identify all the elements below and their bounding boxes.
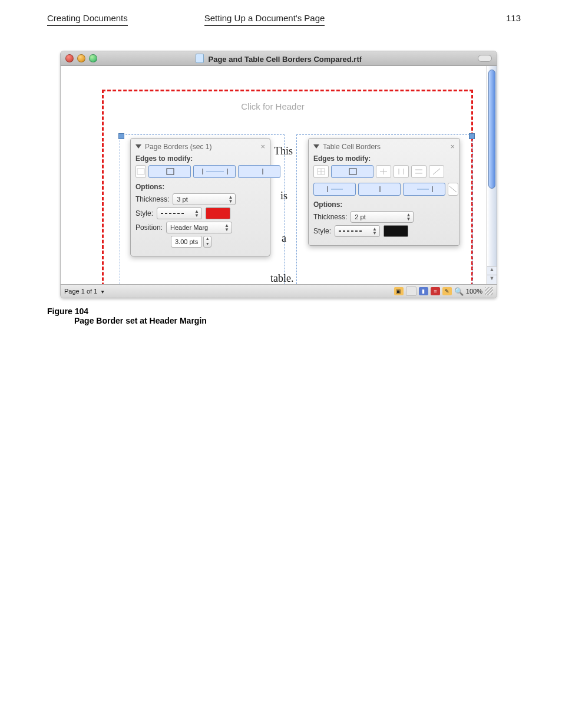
svg-rect-10: [349, 169, 356, 174]
edge-outer-icon[interactable]: [331, 165, 373, 178]
edge-all-icon[interactable]: [135, 165, 146, 178]
thickness-select[interactable]: 2 pt ▲▼: [351, 211, 414, 223]
window-titlebar: Page and Table Cell Borders Compared.rtf: [61, 51, 497, 66]
doc-text: a: [282, 232, 286, 245]
position-select[interactable]: Header Marg ▲▼: [166, 222, 232, 233]
select-arrows-icon: ▲▼: [194, 209, 199, 218]
edge-middle-icon[interactable]: [358, 183, 401, 196]
statusbar: Page 1 of 1 ▼ ▣ ▮ ≡ ✎ 🔍 100%: [61, 284, 497, 298]
header-page-number: 113: [506, 13, 521, 23]
table-cell-borders-panel[interactable]: Table Cell Borders × Edges to modify:: [308, 138, 460, 246]
options-label: Options:: [135, 183, 265, 191]
figure-text: Page Border set at Header Margin: [74, 316, 521, 325]
dashed-line-icon: [161, 212, 184, 215]
resize-handle[interactable]: [469, 133, 475, 139]
svg-rect-1: [167, 169, 174, 174]
position-label: Position:: [135, 223, 163, 232]
scroll-down-icon[interactable]: ▼: [487, 275, 497, 284]
style-select[interactable]: ▲▼: [157, 207, 202, 219]
doc-text: is: [280, 190, 287, 202]
search-icon[interactable]: 🔍: [454, 287, 464, 295]
status-icon[interactable]: ≡: [431, 287, 440, 295]
svg-rect-0: [137, 169, 144, 174]
resize-grip-icon[interactable]: [485, 287, 493, 295]
style-label: Style:: [135, 209, 153, 218]
dashed-line-icon: [339, 229, 362, 233]
disclosure-triangle-icon[interactable]: [135, 144, 141, 149]
thickness-label: Thickness:: [313, 213, 347, 221]
edge-picker-row2: [313, 183, 455, 196]
edge-right-icon[interactable]: [238, 165, 280, 178]
edges-label: Edges to modify:: [135, 154, 265, 163]
page-borders-panel[interactable]: Page Borders (sec 1) × Edges to modify: …: [130, 138, 270, 256]
thickness-value: 3 pt: [177, 196, 187, 203]
running-header: Creating Documents Setting Up a Document…: [47, 13, 521, 26]
resize-handle[interactable]: [118, 133, 124, 139]
edge-all-icon[interactable]: [313, 165, 329, 178]
select-arrows-icon: ▲▼: [224, 223, 229, 232]
position-value: Header Marg: [170, 224, 208, 231]
edge-outer-icon[interactable]: [148, 165, 191, 178]
position-offset-stepper[interactable]: 3.00 pts ▲▼: [171, 236, 211, 248]
status-icon[interactable]: ✎: [442, 287, 452, 295]
dropdown-triangle-icon: ▼: [100, 289, 105, 295]
edge-inner-icon[interactable]: [376, 165, 391, 178]
disclosure-triangle-icon[interactable]: [313, 144, 319, 149]
select-arrows-icon: ▲▼: [372, 227, 377, 235]
edge-picker: [135, 165, 265, 178]
close-icon[interactable]: ×: [450, 142, 455, 151]
window-title: Page and Table Cell Borders Compared.rtf: [61, 54, 497, 64]
edge-diagonal-icon[interactable]: [429, 165, 444, 178]
window-title-text: Page and Table Cell Borders Compared.rtf: [209, 55, 362, 64]
select-arrows-icon: ▲▼: [406, 213, 411, 221]
scrollbar-thumb[interactable]: [488, 70, 495, 189]
figure-number: Figure 104: [47, 307, 521, 316]
status-icon[interactable]: ▣: [394, 287, 404, 295]
edges-label: Edges to modify:: [313, 154, 455, 163]
edge-vertical-icon[interactable]: [394, 165, 409, 178]
position-offset-value: 3.00 pts: [171, 236, 202, 248]
vertical-scrollbar[interactable]: ▲ ▼: [487, 66, 497, 284]
stepper-buttons[interactable]: ▲▼: [203, 236, 211, 248]
page-indicator-text: Page 1 of 1: [64, 288, 97, 295]
header-left: Creating Documents: [47, 13, 128, 26]
zoom-level[interactable]: 100%: [466, 288, 482, 295]
style-select[interactable]: ▲▼: [335, 225, 380, 237]
header-center: Setting Up a Document's Page: [204, 13, 325, 26]
edge-sides-icon[interactable]: [193, 165, 236, 178]
app-window: Page and Table Cell Borders Compared.rtf…: [60, 51, 497, 298]
document-viewport: Click for Header This is a table. Page B…: [61, 66, 497, 284]
page-indicator[interactable]: Page 1 of 1 ▼: [64, 288, 105, 295]
header-placeholder[interactable]: Click for Header: [61, 101, 485, 111]
color-swatch[interactable]: [206, 207, 230, 219]
edge-left-icon[interactable]: [313, 183, 356, 196]
document-icon: [196, 54, 204, 63]
select-arrows-icon: ▲▼: [228, 195, 233, 203]
edge-horizontal-icon[interactable]: [411, 165, 427, 178]
thickness-value: 2 pt: [355, 213, 365, 220]
svg-line-17: [433, 169, 440, 174]
panel-title: Table Cell Borders: [323, 143, 381, 151]
options-label: Options:: [313, 200, 455, 209]
thickness-label: Thickness:: [135, 195, 169, 203]
scroll-up-icon[interactable]: ▲: [487, 266, 497, 275]
figure-caption: Figure 104 Page Border set at Header Mar…: [47, 307, 521, 325]
edge-picker: [313, 165, 455, 178]
edge-right-icon[interactable]: [403, 183, 445, 196]
status-icon[interactable]: ▮: [419, 287, 428, 295]
status-icon[interactable]: [406, 286, 416, 296]
style-label: Style:: [313, 227, 331, 235]
thickness-select[interactable]: 3 pt ▲▼: [173, 193, 236, 205]
color-swatch[interactable]: [384, 225, 408, 237]
svg-line-23: [449, 186, 457, 192]
close-icon[interactable]: ×: [260, 142, 265, 151]
doc-text: table.: [270, 272, 293, 284]
edge-diagonal2-icon[interactable]: [448, 183, 458, 196]
panel-title: Page Borders (sec 1): [145, 143, 211, 151]
doc-text: This: [274, 145, 293, 157]
